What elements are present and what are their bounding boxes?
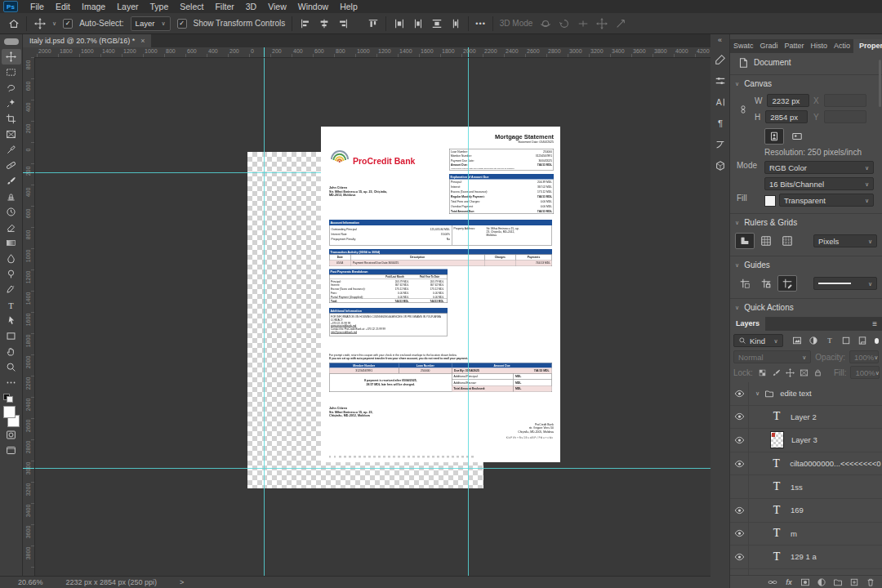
move-tool-icon[interactable]: [33, 17, 46, 29]
adjustment-filter-icon[interactable]: [806, 335, 821, 347]
healing-brush-tool[interactable]: [2, 158, 21, 173]
align-top-icon[interactable]: [367, 17, 379, 29]
blur-tool[interactable]: [2, 251, 21, 266]
menu-type[interactable]: Type: [144, 0, 174, 13]
tab-histo[interactable]: Histo: [808, 39, 831, 53]
toggle-pixel-grid-button[interactable]: [777, 233, 797, 249]
quick-actions-section-header[interactable]: ∨Quick Actions: [735, 303, 794, 312]
visibility-toggle[interactable]: [730, 382, 749, 405]
distribute-center-icon[interactable]: [412, 17, 424, 29]
menu-window[interactable]: Window: [292, 0, 334, 13]
menu-3d[interactable]: 3D: [240, 0, 262, 13]
screen-mode-icon[interactable]: [2, 443, 21, 458]
dodge-tool[interactable]: [2, 266, 21, 282]
toolbar-grip[interactable]: [4, 38, 19, 45]
toggle-guides-button[interactable]: [735, 275, 755, 292]
distribute-left-icon[interactable]: [393, 17, 405, 29]
fill-input[interactable]: 100%∨: [850, 366, 880, 379]
visibility-toggle[interactable]: [730, 499, 749, 522]
blend-mode-dropdown[interactable]: Normal∨: [733, 350, 811, 363]
frame-tool[interactable]: [2, 127, 21, 142]
visibility-toggle[interactable]: [730, 475, 749, 498]
scrollbar-thumb[interactable]: [879, 60, 881, 107]
kind-filter-dropdown[interactable]: Kind∨: [733, 334, 783, 347]
fill-swatch[interactable]: [764, 195, 776, 207]
bit-depth-dropdown[interactable]: 16 Bits/Channel∨: [764, 177, 874, 190]
edit-toolbar-icon[interactable]: [2, 375, 21, 390]
width-input[interactable]: 2232 px: [767, 94, 809, 107]
visibility-toggle[interactable]: [730, 546, 749, 568]
canvas-viewport[interactable]: Mortgage Statement Statement Date: 05/04…: [34, 57, 710, 576]
opacity-input[interactable]: 100%∨: [849, 350, 879, 363]
edit-guides-button[interactable]: [777, 275, 797, 292]
guide-style-dropdown[interactable]: ∨: [813, 277, 877, 290]
menu-layer[interactable]: Layer: [111, 0, 144, 13]
lock-brush-icon[interactable]: [771, 368, 782, 378]
mask-icon[interactable]: [800, 577, 810, 587]
zoom-level[interactable]: 20.66%: [18, 578, 43, 586]
guides-section-header[interactable]: ∨Guides: [735, 261, 770, 270]
glyphs-panel-icon[interactable]: [714, 138, 726, 150]
layer-row[interactable]: TLayer 2: [730, 406, 882, 430]
brush-tool[interactable]: [2, 173, 21, 189]
vertical-guide[interactable]: [264, 57, 265, 576]
ruler-units-dropdown[interactable]: Pixels∨: [813, 234, 877, 247]
distribute-top-icon[interactable]: [430, 17, 443, 29]
tab-swatc[interactable]: Swatc: [730, 39, 757, 53]
pencil-panel-icon[interactable]: [714, 53, 726, 65]
toggle-rulers-button[interactable]: [735, 233, 755, 249]
materials-panel-icon[interactable]: [714, 159, 726, 172]
character-panel-icon[interactable]: A: [714, 96, 726, 108]
visibility-toggle[interactable]: [730, 406, 749, 429]
toggle-grid-button[interactable]: [756, 233, 776, 249]
document-tab[interactable]: Italy id.psd @ 20.7% (RGB/16) * ×: [23, 34, 151, 47]
clone-stamp-tool[interactable]: [2, 189, 21, 204]
pixel-filter-icon[interactable]: [790, 335, 804, 347]
lock-guides-button[interactable]: [756, 275, 776, 292]
fill-dropdown[interactable]: Transparent∨: [779, 194, 874, 207]
link-icon[interactable]: [768, 577, 777, 587]
menu-file[interactable]: File: [24, 0, 50, 13]
sliders-panel-icon[interactable]: [714, 74, 726, 87]
layer-row[interactable]: Layer 3: [730, 429, 882, 452]
canvas-section-header[interactable]: ∨Canvas: [735, 79, 772, 88]
expand-panels-icon[interactable]: «: [718, 36, 722, 44]
layer-row[interactable]: T129 1 a: [730, 546, 882, 569]
type-tool[interactable]: T: [2, 297, 21, 313]
tab-actio[interactable]: Actio: [831, 39, 853, 53]
horizontal-ruler[interactable]: 2000180016001400120010008006004002000200…: [34, 47, 710, 58]
orientation-portrait-button[interactable]: [764, 128, 784, 145]
tab-gradi[interactable]: Gradi: [757, 39, 782, 53]
expand-caret-icon[interactable]: ∨: [755, 390, 760, 397]
visibility-toggle[interactable]: [730, 523, 749, 546]
tab-properties[interactable]: Properties: [853, 39, 882, 53]
orientation-landscape-button[interactable]: [787, 128, 807, 145]
auto-select-checkbox[interactable]: ✓: [63, 19, 73, 29]
menu-help[interactable]: Help: [334, 0, 363, 13]
object-selection-tool[interactable]: [2, 96, 21, 111]
menu-image[interactable]: Image: [76, 0, 111, 13]
path-selection-tool[interactable]: [2, 313, 21, 328]
rectangle-tool[interactable]: [2, 328, 21, 344]
menu-select[interactable]: Select: [174, 0, 209, 13]
paragraph-panel-icon[interactable]: ¶: [714, 117, 726, 129]
vertical-guide[interactable]: [468, 57, 469, 576]
more-options-icon[interactable]: •••: [475, 20, 485, 28]
eraser-tool[interactable]: [2, 220, 21, 235]
layer-row[interactable]: ∨edite text: [730, 382, 882, 406]
fx-icon[interactable]: fx: [784, 577, 794, 587]
quick-mask-icon[interactable]: [2, 427, 21, 443]
pen-tool[interactable]: [2, 282, 21, 297]
layer-thumbnail[interactable]: [770, 431, 784, 448]
layer-row[interactable]: Tcilta0000000...<<<<<<<<0 d: [730, 452, 882, 476]
visibility-toggle[interactable]: [730, 452, 749, 475]
color-mode-dropdown[interactable]: RGB Color∨: [764, 161, 874, 174]
height-input[interactable]: 2854 px: [765, 110, 808, 123]
gradient-tool[interactable]: [2, 235, 21, 251]
layer-row[interactable]: T1ss: [730, 475, 882, 499]
new-layer-icon[interactable]: [849, 577, 859, 587]
rulers-grids-section-header[interactable]: ∨Rulers & Grids: [735, 218, 797, 227]
tab-layers[interactable]: Layers: [730, 317, 765, 331]
menu-view[interactable]: View: [262, 0, 292, 13]
align-center-horizontal-icon[interactable]: [318, 17, 330, 29]
